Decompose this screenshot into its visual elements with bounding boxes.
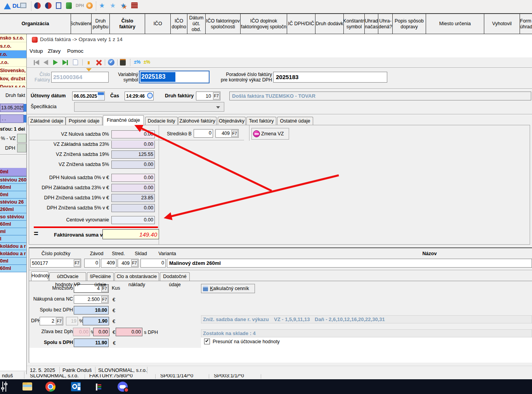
org-row[interactable]: s.r.o. bbox=[0, 42, 26, 50]
dph-znizena19-field[interactable]: 23.85 bbox=[111, 194, 155, 202]
item-row[interactable]: l bbox=[0, 235, 26, 243]
zmena-vz-button[interactable]: Zmena VZ bbox=[251, 128, 289, 140]
star-blue-2-icon[interactable]: ★ bbox=[110, 2, 116, 9]
item-row[interactable]: koládou a r bbox=[0, 243, 26, 250]
col-schvalene[interactable]: Schválené bbox=[71, 14, 92, 34]
download-icon[interactable] bbox=[86, 59, 92, 73]
col-popis-dopravy[interactable]: Popis spôsobdopravy bbox=[393, 14, 426, 34]
item-row-selected[interactable]: 0ml bbox=[0, 168, 26, 176]
org-row[interactable]: Slovensko, bbox=[0, 67, 26, 75]
dph-book-icon[interactable] bbox=[56, 2, 61, 9]
tab-zalohove-faktury[interactable]: Zálohové faktúry bbox=[178, 117, 217, 125]
item-row[interactable]: stéviou 260 bbox=[0, 176, 26, 184]
new-page-icon[interactable] bbox=[73, 59, 78, 65]
item-row[interactable]: ml bbox=[0, 228, 26, 235]
item-row[interactable]: 0ml bbox=[0, 191, 26, 199]
calendar-icon-2[interactable] bbox=[24, 115, 26, 123]
nazov-field[interactable]: Malinový džem 260ml bbox=[167, 259, 532, 268]
prev-record-icon[interactable] bbox=[43, 60, 48, 67]
star-blue-icon[interactable]: ★ bbox=[99, 2, 105, 9]
sequence-number-field[interactable]: 2025183 bbox=[273, 72, 387, 83]
blue-triangle-icon[interactable] bbox=[4, 3, 11, 9]
photos-star-icon[interactable]: ★ bbox=[92, 380, 103, 393]
menu-vstup[interactable]: Vstup bbox=[29, 48, 43, 54]
dph-znizena5-field[interactable]: 0.00 bbox=[111, 204, 155, 212]
tab-hodnoty[interactable]: Hodnoty bbox=[31, 271, 49, 281]
time-field[interactable]: 14:29:46 bbox=[125, 92, 154, 100]
item-row[interactable]: 60ml bbox=[0, 184, 26, 191]
euro-orange-icon[interactable]: e bbox=[86, 2, 93, 9]
col-vyhotovil[interactable]: Vyhotovil bbox=[484, 14, 520, 34]
percent-minus-icon[interactable]: ±% bbox=[144, 59, 150, 65]
menu-pomoc[interactable]: Pomoc bbox=[67, 48, 83, 54]
item-row[interactable]: 60ml bbox=[0, 221, 26, 228]
item-row[interactable]: koládou a r bbox=[0, 250, 26, 257]
sklad-field[interactable]: 409F7 bbox=[118, 259, 139, 268]
col-miesto-urcenia[interactable]: Miesto určenia bbox=[426, 14, 484, 34]
f7-button[interactable]: F7 bbox=[56, 318, 62, 325]
accounting-date-field[interactable]: 06.05.2025 bbox=[72, 92, 105, 100]
vz-znizena5-field[interactable]: 0.00 bbox=[111, 161, 155, 169]
dph-zakladna-field[interactable]: 0.00 bbox=[111, 184, 155, 192]
nakupna-cena-field[interactable]: 2.500F7 bbox=[74, 295, 109, 304]
tab-text-faktury[interactable]: Text faktúry bbox=[246, 117, 276, 125]
stredisko-field-1[interactable]: 0 bbox=[194, 129, 213, 138]
col-forma-uhrady[interactable]: Formúhrad bbox=[520, 14, 532, 34]
col-konstantny-symbol[interactable]: Konštantnsymbol bbox=[344, 14, 365, 34]
tab-ostatne-udaje[interactable]: Ostatné údaje bbox=[277, 117, 313, 125]
task-sliders-icon[interactable] bbox=[1, 382, 9, 392]
zavod-field[interactable]: 0 bbox=[84, 259, 100, 268]
vz-field[interactable] bbox=[17, 134, 26, 143]
last-record-icon[interactable] bbox=[62, 60, 68, 67]
kalkulacny-cennik-button[interactable]: Kalkulačný cenník bbox=[201, 284, 255, 293]
tab-zakladne-udaje[interactable]: Základné údaje bbox=[28, 117, 66, 125]
dph-field[interactable] bbox=[17, 143, 26, 152]
delete-icon[interactable] bbox=[96, 60, 102, 66]
dph-code-field[interactable]: 2F7 bbox=[40, 317, 63, 325]
item-row[interactable]: so stéviou bbox=[0, 213, 26, 221]
discord-icon[interactable] bbox=[118, 382, 128, 392]
tab-dodacie-listy[interactable]: Dodacie listy bbox=[145, 117, 178, 125]
col-druh-dodavk[interactable]: Druh dodávk bbox=[315, 14, 344, 34]
f7-button[interactable]: F7 bbox=[231, 130, 238, 137]
building-red-icon[interactable] bbox=[131, 2, 138, 9]
film-icon[interactable] bbox=[120, 59, 126, 66]
dph-green-icon[interactable] bbox=[66, 2, 72, 9]
tab-financne-udaje[interactable]: Finančné údaje bbox=[103, 115, 144, 126]
col-ico-faktoring[interactable]: IČO faktoringovspoločnosti bbox=[206, 14, 241, 34]
tab-popisne-udaje[interactable]: Popisné údaje bbox=[66, 117, 102, 125]
col-ico-doplno[interactable]: IČOdoplno bbox=[171, 14, 187, 34]
dph-red-blue-icon[interactable] bbox=[34, 2, 41, 9]
percent-plus-icon[interactable]: ±% bbox=[134, 59, 140, 65]
item-row[interactable]: 0ml bbox=[0, 257, 26, 265]
invoice-number-field[interactable]: 251000364 bbox=[51, 72, 109, 83]
tab-clo-naklady[interactable]: Clo a obstarávacie náklady bbox=[114, 272, 159, 281]
f7-button[interactable]: F7 bbox=[101, 296, 108, 303]
menu-zlavy[interactable]: Zľavy bbox=[48, 48, 61, 54]
outlook-icon[interactable] bbox=[71, 382, 81, 391]
next-record-icon[interactable] bbox=[53, 60, 58, 67]
stredisko-field-2[interactable]: 409F7 bbox=[215, 129, 239, 138]
star-orange-icon[interactable]: ★ bbox=[120, 2, 126, 9]
invoice-type-field[interactable]: 10F7 bbox=[196, 92, 220, 100]
file-explorer-icon[interactable] bbox=[23, 382, 32, 391]
f7-button[interactable]: F7 bbox=[131, 259, 138, 267]
tab-objednavky[interactable]: Objednávky bbox=[218, 117, 246, 125]
tab-uctovacie-hodnoty[interactable]: účtOvacie hodnoty VP bbox=[49, 272, 86, 281]
col-ico[interactable]: IČO bbox=[145, 14, 171, 34]
org-row[interactable]: kov, družst bbox=[0, 75, 26, 83]
calendar-icon[interactable] bbox=[98, 92, 104, 100]
chrome-icon[interactable] bbox=[45, 382, 55, 392]
col-ico-doplnok[interactable]: IČO doplnokfaktoringovej spoločn bbox=[241, 14, 287, 34]
dl-icon[interactable]: DL bbox=[12, 2, 20, 9]
variable-symbol-field[interactable]: 2025183 bbox=[139, 71, 210, 83]
monitor-icon[interactable] bbox=[20, 3, 26, 8]
specification-combobox[interactable] bbox=[74, 102, 224, 112]
varianta-field[interactable]: 0 bbox=[140, 259, 166, 268]
col-druh-pohybu[interactable]: Druhpohybu bbox=[92, 14, 110, 34]
col-uhrad-nacas[interactable]: Uhradnačas bbox=[365, 14, 378, 34]
col-uhradena[interactable]: Uhra-dená? bbox=[378, 14, 393, 34]
dph-gray-icon[interactable]: DPH bbox=[76, 3, 84, 8]
item-row[interactable]: 60ml bbox=[0, 265, 26, 272]
clock-icon[interactable] bbox=[147, 93, 153, 98]
